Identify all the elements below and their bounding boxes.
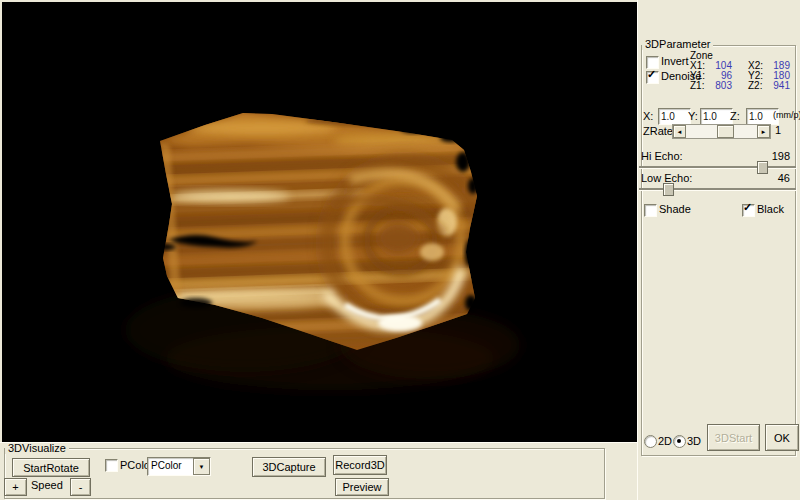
zone-z2-label: Z2: bbox=[748, 81, 768, 91]
hi-echo-label: Hi Echo: bbox=[641, 151, 683, 162]
y-scale-input[interactable] bbox=[700, 108, 733, 125]
visualize-panel: 3DVisualize StartRotate + Speed - ✓ PCol… bbox=[0, 442, 637, 500]
start-rotate-button[interactable]: StartRotate bbox=[12, 458, 90, 477]
shade-checkbox[interactable]: ✓ bbox=[644, 204, 657, 217]
record3d-button[interactable]: Record3D bbox=[333, 455, 387, 475]
invert-label: Invert bbox=[661, 56, 689, 67]
zone-table: X1: 104 X2: 189 Y1: 96 Y2: 180 Z1: 803 Z… bbox=[690, 61, 790, 91]
zone-row-z: Z1: 803 Z2: 941 bbox=[690, 81, 790, 91]
denoise-checkbox[interactable]: ✓ bbox=[646, 71, 659, 84]
parameter-panel: 3DParameter ✓ Invert ✓ Denoise Zone X1: … bbox=[637, 0, 800, 500]
black-checkbox[interactable]: ✓ bbox=[742, 204, 755, 217]
black-label: Black bbox=[757, 204, 784, 215]
scroll-left-arrow-icon[interactable]: ◄ bbox=[673, 125, 686, 138]
ok-button[interactable]: OK bbox=[765, 424, 799, 451]
shade-label: Shade bbox=[659, 204, 691, 215]
zone-z2-value: 941 bbox=[768, 81, 790, 91]
dropdown-arrow-icon[interactable]: ▼ bbox=[193, 458, 210, 475]
hi-echo-slider-thumb[interactable] bbox=[757, 161, 768, 174]
zone-z1-label: Z1: bbox=[690, 81, 710, 91]
zone-z1-value: 803 bbox=[710, 81, 732, 91]
check-icon: ✓ bbox=[743, 202, 752, 213]
low-echo-value: 46 bbox=[768, 173, 790, 184]
zrate-value: 1 bbox=[775, 125, 781, 136]
hi-echo-value: 198 bbox=[768, 151, 790, 162]
mode-3d-label: 3D bbox=[687, 436, 701, 447]
zrate-scrollbar-thumb[interactable] bbox=[717, 125, 734, 138]
z-scale-label: Z: bbox=[730, 111, 740, 122]
volume-render bbox=[2, 2, 637, 442]
pcolor-select[interactable]: PColor ▼ bbox=[147, 457, 211, 476]
low-echo-slider[interactable] bbox=[639, 188, 796, 191]
hi-echo-slider[interactable] bbox=[639, 166, 796, 169]
3dstart-button[interactable]: 3DStart bbox=[707, 424, 760, 451]
check-icon: ✓ bbox=[647, 69, 656, 80]
y-scale-label: Y: bbox=[688, 111, 698, 122]
3dcapture-button[interactable]: 3DCapture bbox=[252, 457, 326, 477]
x-scale-label: X: bbox=[643, 111, 653, 122]
app-window: 3DParameter ✓ Invert ✓ Denoise Zone X1: … bbox=[0, 0, 800, 500]
pcolor-select-value: PColor bbox=[148, 458, 193, 475]
preview-button[interactable]: Preview bbox=[335, 478, 389, 496]
scale-unit-label: (mm/p) bbox=[773, 110, 800, 121]
speed-label: Speed bbox=[31, 480, 63, 491]
pcolor-checkbox[interactable]: ✓ bbox=[105, 459, 118, 472]
zrate-label: ZRate bbox=[643, 126, 673, 137]
mode-2d-label: 2D bbox=[658, 436, 672, 447]
x-scale-input[interactable] bbox=[658, 108, 691, 125]
mode-3d-radio[interactable] bbox=[673, 435, 686, 448]
parameter-group-title: 3DParameter bbox=[642, 39, 713, 50]
zrate-scrollbar[interactable]: ◄ ► bbox=[672, 124, 771, 139]
zrate-scrollbar-track[interactable] bbox=[686, 125, 757, 138]
visualize-group-title: 3DVisualize bbox=[5, 443, 69, 454]
render-viewport[interactable] bbox=[2, 2, 637, 442]
low-echo-slider-thumb[interactable] bbox=[663, 183, 674, 196]
speed-minus-button[interactable]: - bbox=[70, 478, 91, 496]
speed-plus-button[interactable]: + bbox=[4, 478, 27, 496]
scroll-right-arrow-icon[interactable]: ► bbox=[757, 125, 770, 138]
3dparameter-groupbox bbox=[641, 45, 796, 456]
mode-2d-radio[interactable] bbox=[644, 435, 657, 448]
